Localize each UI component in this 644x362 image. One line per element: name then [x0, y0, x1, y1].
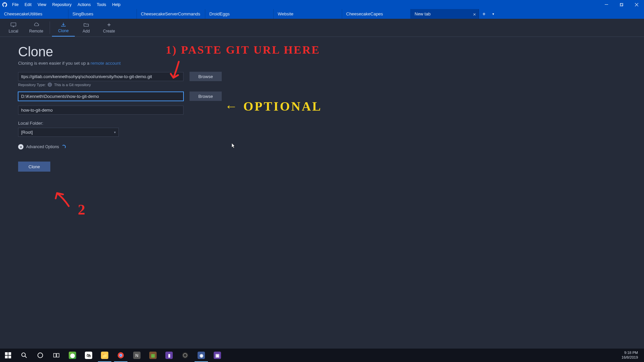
taskbar-taskview[interactable]: [48, 349, 64, 362]
remote-account-link[interactable]: remote account: [91, 61, 121, 66]
taskbar-cortana[interactable]: [32, 349, 48, 362]
toolbar-separator: [50, 21, 50, 34]
url-row: Browse: [18, 72, 626, 81]
repo-name-input[interactable]: [18, 106, 183, 115]
svg-rect-6: [5, 356, 8, 358]
taskbar-explorer[interactable]: 📁: [97, 349, 113, 362]
spinner-icon: [62, 145, 66, 149]
svg-rect-2: [621, 3, 623, 6]
menu-tools[interactable]: Tools: [94, 0, 109, 9]
taskbar-gitkraken[interactable]: ◉: [193, 349, 209, 362]
repo-type-desc: This is a Git repository: [54, 83, 91, 87]
tray-clock[interactable]: 9:18 PM 16/8/2019: [618, 351, 641, 360]
menu-file[interactable]: File: [9, 0, 21, 9]
menu-repository[interactable]: Repository: [49, 0, 74, 9]
tab-cheesecakeservercommands[interactable]: CheesecakeServerCommands: [137, 9, 205, 19]
annotation-step-2: 2: [78, 201, 86, 218]
advanced-options-toggle[interactable]: ▾ Advanced Options: [18, 144, 626, 149]
tab-cheesecakeutilities[interactable]: CheesecakeUtilities: [0, 9, 68, 19]
monitor-icon: [10, 22, 16, 27]
menu-edit[interactable]: Edit: [21, 0, 35, 9]
tab-cheesecakecapes[interactable]: CheesecakeCapes: [342, 9, 411, 19]
cloud-icon: [33, 22, 39, 27]
taskbar: ⬤ 🛍 📁 N ▦ ▮ ◉ ▣ 9:18 PM 16/8/2019: [0, 349, 644, 362]
destination-path-input[interactable]: [18, 92, 183, 101]
svg-rect-0: [605, 4, 608, 5]
toolbar-remote[interactable]: Remote: [25, 19, 48, 37]
toolbar-local[interactable]: Local: [2, 19, 25, 37]
browse-destination-button[interactable]: Browse: [190, 92, 222, 101]
clone-button[interactable]: Clone: [18, 162, 50, 172]
taskbar-obs[interactable]: [177, 349, 193, 362]
svg-rect-11: [57, 354, 59, 357]
window-controls: [599, 0, 644, 9]
svg-rect-1: [620, 4, 623, 6]
toolbar-clone[interactable]: Clone: [52, 19, 75, 37]
taskbar-chrome[interactable]: [113, 349, 129, 362]
menu-view[interactable]: View: [35, 0, 49, 9]
source-url-input[interactable]: [18, 72, 183, 81]
toolbar-add[interactable]: Add: [75, 19, 98, 37]
toolbar-clone-label: Clone: [58, 28, 68, 33]
tab-add-button[interactable]: +: [479, 9, 489, 19]
app-icon: [0, 2, 9, 7]
subtitle-prefix: Cloning is even easier if you set up a: [18, 61, 91, 66]
taskbar-minecraft[interactable]: ▦: [145, 349, 161, 362]
tab-website[interactable]: Website: [274, 9, 342, 19]
destination-row: Browse: [18, 92, 626, 101]
close-button[interactable]: [629, 0, 644, 9]
local-folder-value: [Root]: [21, 130, 33, 135]
folder-icon: [83, 22, 89, 27]
minimize-button[interactable]: [599, 0, 614, 9]
svg-rect-7: [8, 356, 11, 358]
tab-label: New tab: [415, 11, 431, 16]
taskbar-search[interactable]: [16, 349, 32, 362]
annotation-arrow-2: [54, 191, 74, 209]
taskbar-app-1[interactable]: ⬤: [64, 349, 80, 362]
titlebar: File Edit View Repository Actions Tools …: [0, 0, 644, 9]
taskbar-store[interactable]: 🛍: [80, 349, 97, 362]
page-title: Clone: [18, 44, 626, 59]
toolbar-local-label: Local: [9, 29, 18, 34]
menu-actions[interactable]: Actions: [74, 0, 94, 9]
tab-singbuses[interactable]: SingBuses: [68, 9, 137, 19]
tray-time: 9:18 PM: [622, 351, 638, 355]
download-icon: [60, 22, 66, 27]
browse-source-button[interactable]: Browse: [190, 72, 222, 81]
advanced-options-label: Advanced Options: [26, 144, 59, 149]
page-subtitle: Cloning is even easier if you set up a r…: [18, 61, 626, 66]
name-row: [18, 106, 626, 115]
taskbar-twitch[interactable]: ▮: [161, 349, 177, 362]
repo-type-row: Repository Type: i This is a Git reposit…: [18, 82, 626, 87]
chevron-down-icon: ▾: [114, 130, 116, 134]
svg-point-15: [120, 354, 122, 356]
taskbar-app-2[interactable]: N: [129, 349, 145, 362]
maximize-button[interactable]: [614, 0, 629, 9]
svg-point-8: [22, 353, 25, 357]
tab-dropdown-button[interactable]: ▾: [489, 9, 497, 19]
menubar: File Edit View Repository Actions Tools …: [9, 0, 123, 9]
tray-date: 16/8/2019: [622, 355, 638, 360]
svg-point-9: [38, 353, 43, 358]
tab-droideggs[interactable]: DroidEggs: [205, 9, 274, 19]
taskbar-app-3[interactable]: ▣: [209, 349, 225, 362]
toolbar: Local Remote Clone Add Create: [0, 19, 644, 37]
tab-new-tab[interactable]: New tab ×: [411, 9, 479, 19]
svg-rect-3: [11, 23, 16, 26]
system-tray[interactable]: 9:18 PM 16/8/2019: [618, 351, 644, 360]
chevron-expand-icon: ▾: [18, 144, 23, 149]
toolbar-remote-label: Remote: [29, 29, 43, 34]
tabbar: CheesecakeUtilities SingBuses Cheesecake…: [0, 9, 644, 19]
tab-close-icon[interactable]: ×: [473, 11, 476, 17]
info-icon: i: [48, 82, 52, 87]
toolbar-add-label: Add: [83, 29, 90, 34]
start-button[interactable]: [0, 349, 16, 362]
main-content: Clone Cloning is even easier if you set …: [0, 37, 644, 179]
toolbar-create[interactable]: Create: [98, 19, 120, 37]
toolbar-create-label: Create: [103, 29, 115, 34]
local-folder-select[interactable]: [Root] ▾: [18, 128, 119, 137]
plus-icon: [106, 22, 112, 27]
menu-help[interactable]: Help: [109, 0, 124, 9]
repo-type-label: Repository Type:: [18, 83, 46, 87]
svg-rect-5: [8, 352, 11, 355]
